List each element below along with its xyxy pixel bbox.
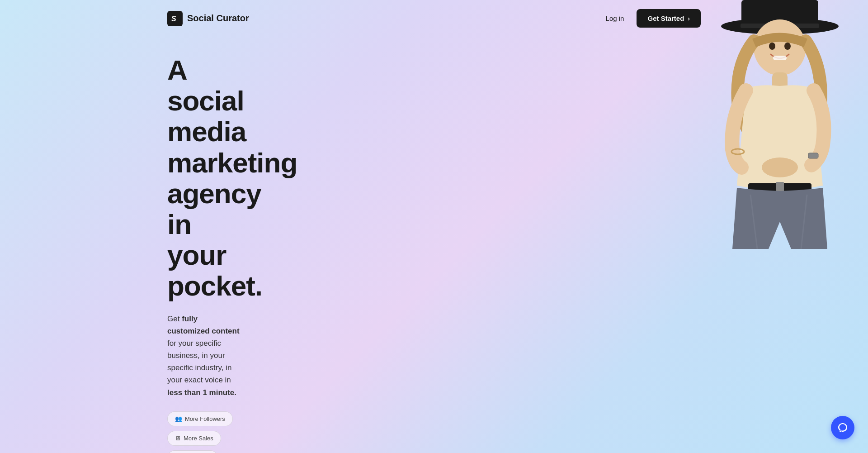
svg-point-9: [762, 157, 798, 177]
hero-person-image: [687, 0, 868, 249]
followers-icon: 👥: [175, 415, 182, 422]
svg-point-6: [784, 43, 791, 50]
logo[interactable]: S Social Curator: [167, 11, 249, 26]
sales-icon: 🖥: [175, 435, 181, 442]
svg-text:S: S: [171, 15, 176, 23]
chevron-right-icon: ›: [688, 15, 690, 22]
hero-content: A social media marketing agency in your …: [0, 37, 407, 453]
pill-more-sales: 🖥 More Sales: [167, 431, 221, 446]
logo-icon: S: [167, 11, 183, 26]
pills-row: 👥 More Followers 🖥 More Sales ⏱ Less Tim…: [167, 411, 240, 453]
nav-right: Log in Get Started ›: [600, 9, 701, 28]
subtitle-prefix: Get: [167, 315, 182, 323]
login-button[interactable]: Log in: [600, 11, 630, 26]
chat-bubble-button[interactable]: [831, 416, 854, 439]
navbar: S Social Curator Log in Get Started ›: [0, 0, 868, 37]
hero-title: A social media marketing agency in your …: [167, 55, 240, 302]
pill-sales-label: More Sales: [184, 435, 213, 442]
logo-text: Social Curator: [187, 13, 249, 24]
svg-point-5: [769, 43, 775, 50]
pill-less-time: ⏱ Less Time: [167, 450, 218, 453]
pill-followers-label: More Followers: [185, 415, 225, 422]
subtitle-mid: for your specific business, in your spec…: [167, 339, 231, 385]
pill-more-followers: 👥 More Followers: [167, 411, 233, 426]
get-started-nav-button[interactable]: Get Started ›: [637, 9, 701, 28]
svg-rect-13: [808, 153, 818, 158]
chat-icon: [837, 422, 848, 433]
svg-rect-7: [773, 56, 787, 60]
subtitle-bold2: less than 1 minute.: [167, 388, 236, 397]
hero-subtitle: Get fully customized content for your sp…: [167, 313, 240, 399]
